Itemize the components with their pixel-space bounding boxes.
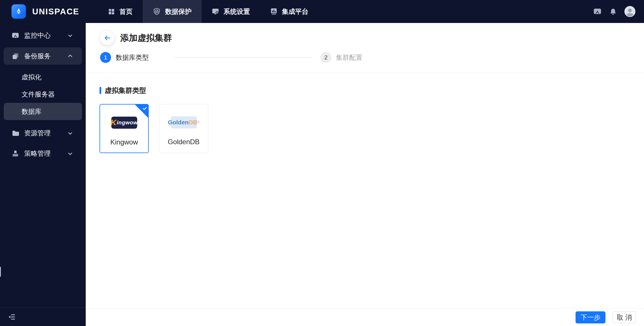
tab-system-settings[interactable]: 系统设置 [202,0,260,23]
sidebar-item-backup-service[interactable]: 备份服务 [4,47,82,65]
tab-label: 首页 [119,7,133,16]
tab-data-protection[interactable]: 数据保护 [143,0,202,23]
main-content: 添加虚拟集群 1 数据库类型 2 集群配置 虚拟集群类型 K ingwow [86,23,644,326]
page-header: 添加虚拟集群 1 数据库类型 2 集群配置 [86,23,644,73]
sidebar-item-label: 监控中心 [24,31,51,40]
step-2-circle: 2 [320,52,331,63]
stepper: 1 数据库类型 2 集群配置 [100,52,644,63]
sidebar-item-label: 数据库 [22,107,41,116]
sidebar-item-virtualization[interactable]: 虚拟化 [0,68,86,86]
tab-label: 系统设置 [223,7,250,16]
brand-logo: UNISPACE [0,0,86,23]
unispace-logo-icon [12,4,26,19]
monitor-gear-icon [212,8,219,15]
selected-check-icon [135,105,148,118]
sidebar-item-label: 策略管理 [24,149,51,158]
sidebar-item-label: 文件服务器 [22,90,55,99]
step-connector [175,57,312,58]
spacer [0,120,86,123]
back-button[interactable] [100,31,114,45]
bell-icon[interactable] [609,8,617,16]
goldendb-logo-golden: Golden [168,119,188,126]
action-footer: 下一步 取 消 [86,308,644,326]
goldendb-logo-db: DB [189,119,197,126]
topbar-actions [593,0,644,23]
top-bar: UNISPACE 首页 数据保护 系统设置 集成平台 [0,0,644,23]
kingwow-logo-k: K [111,118,116,127]
next-step-button[interactable]: 下一步 [576,311,605,323]
card-label: Kingwow [110,138,138,146]
chart-board-icon [270,8,278,15]
collapse-sidebar-icon[interactable] [8,313,16,321]
card-kingwow[interactable]: K ingwow Kingwow [100,104,149,153]
shield-check-icon [153,7,161,16]
brand-name: UNISPACE [32,7,79,16]
sidebar-item-label: 资源管理 [24,129,51,138]
chevron-up-icon [68,53,73,59]
screen-cast-icon[interactable] [593,7,602,16]
sidebar-item-policy-management[interactable]: 策略管理 [0,143,86,164]
page-title: 添加虚拟集群 [120,32,172,44]
spacer [0,66,86,68]
sidebar-item-file-server[interactable]: 文件服务器 [0,86,86,103]
policy-book-icon [12,150,19,157]
top-nav: 首页 数据保护 系统设置 集成平台 [98,0,318,23]
content-area: 虚拟集群类型 K ingwow Kingwow Golden DB ® [86,86,644,153]
cancel-button[interactable]: 取 消 [613,311,636,323]
section-title-text: 虚拟集群类型 [105,86,146,95]
title-row: 添加虚拟集群 [100,23,644,45]
tab-integration-platform[interactable]: 集成平台 [260,0,318,23]
tab-home[interactable]: 首页 [98,0,143,23]
cluster-type-cards: K ingwow Kingwow Golden DB ® GoldenDB [100,104,630,153]
step-2-label: 集群配置 [336,53,362,62]
sidebar: 监控中心 备份服务 虚拟化 文件服务器 数据库 资源管理 [0,23,86,326]
step-1-label: 数据库类型 [116,53,149,62]
chevron-down-icon [68,33,73,38]
sidebar-item-label: 备份服务 [24,52,51,61]
avatar-head [628,9,632,12]
goldendb-logo: Golden DB ® [171,116,197,128]
step-1-circle: 1 [100,52,111,63]
avatar-body [626,13,634,17]
section-accent-bar [100,87,101,94]
chevron-down-icon [68,151,73,156]
sidebar-footer [0,308,86,326]
kingwow-logo-text: ingwow [117,119,138,126]
goldendb-logo-reg: ® [198,121,200,124]
chevron-down-icon [68,131,73,136]
tab-label: 集成平台 [282,7,308,16]
copy-icon [12,52,19,60]
folder-icon [12,129,19,137]
sidebar-item-database[interactable]: 数据库 [4,103,82,120]
sidebar-item-monitoring-center[interactable]: 监控中心 [0,25,86,46]
tab-label: 数据保护 [165,7,192,16]
scrollbar-fragment[interactable] [0,267,1,277]
card-label: GoldenDB [168,138,200,146]
kingwow-logo: K ingwow [111,117,137,129]
sidebar-item-resource-management[interactable]: 资源管理 [0,123,86,143]
monitor-cast-icon [12,32,19,39]
dashboard-icon [108,8,115,15]
sidebar-item-label: 虚拟化 [22,73,41,82]
section-title: 虚拟集群类型 [100,86,630,95]
user-avatar[interactable] [624,6,635,17]
card-goldendb[interactable]: Golden DB ® GoldenDB [159,104,208,153]
